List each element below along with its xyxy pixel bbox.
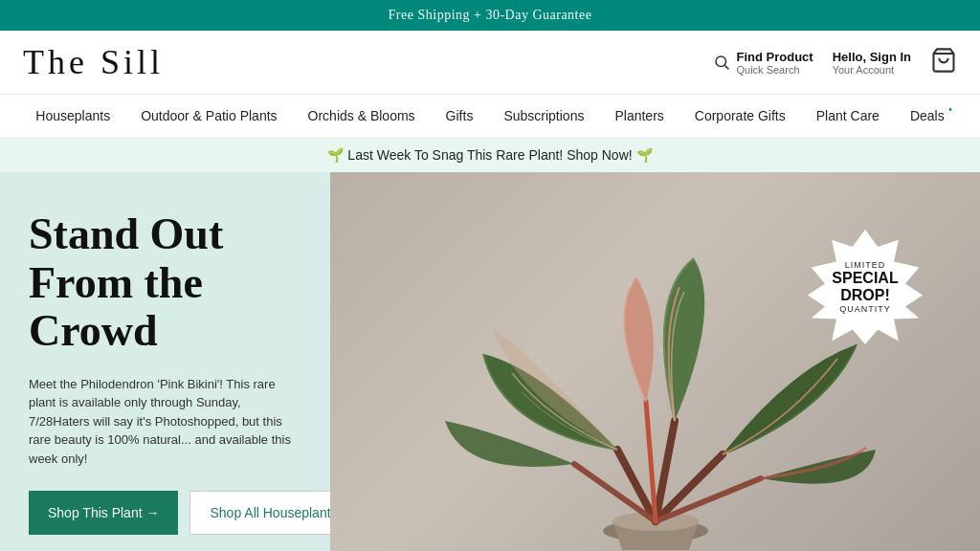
nav-item-plant-care[interactable]: Plant Care [801, 95, 895, 137]
account-text: Hello, Sign In Your Account [833, 50, 911, 76]
cart-button[interactable] [930, 47, 957, 77]
hero-headline: Stand Out From the Crowd [29, 210, 301, 356]
hero-buttons: Shop This Plant → Shop All Houseplants → [29, 491, 301, 535]
header: The Sill Find Product Quick Search Hello… [0, 31, 980, 95]
find-product-text: Find Product Quick Search [736, 50, 813, 76]
hero-image-panel: LIMITED SPECIAL DROP! QUANTITY [330, 172, 980, 551]
search-icon [713, 54, 730, 71]
svg-line-1 [725, 65, 729, 69]
hero-section: Stand Out From the Crowd Meet the Philod… [0, 172, 980, 551]
promo-text: 🌱 Last Week To Snag This Rare Plant! Sho… [327, 147, 652, 163]
main-nav: Houseplants Outdoor & Patio Plants Orchi… [0, 95, 980, 138]
top-banner: Free Shipping + 30-Day Guarantee [0, 0, 980, 31]
account-sub: Your Account [833, 64, 911, 76]
svg-point-0 [716, 56, 726, 67]
cart-icon [930, 47, 957, 74]
shop-this-plant-button[interactable]: Shop This Plant → [29, 491, 178, 535]
nav-item-gifts[interactable]: Gifts [431, 95, 489, 137]
find-product-sub: Quick Search [736, 64, 813, 76]
nav-item-houseplants[interactable]: Houseplants [20, 95, 125, 137]
hero-background: LIMITED SPECIAL DROP! QUANTITY [330, 172, 980, 551]
account-main: Hello, Sign In [833, 50, 911, 64]
hero-description: Meet the Philodendron 'Pink Bikini'! Thi… [29, 375, 301, 469]
badge-main: SPECIAL DROP! [808, 270, 923, 303]
find-product-main: Find Product [736, 50, 813, 64]
header-right: Find Product Quick Search Hello, Sign In… [713, 47, 957, 77]
badge-limited: LIMITED [845, 260, 886, 270]
badge-quantity: QUANTITY [839, 304, 891, 314]
find-product-button[interactable]: Find Product Quick Search [713, 50, 813, 76]
promo-bar[interactable]: 🌱 Last Week To Snag This Rare Plant! Sho… [0, 138, 980, 172]
hero-content: Stand Out From the Crowd Meet the Philod… [29, 210, 301, 491]
nav-item-outdoor-patio[interactable]: Outdoor & Patio Plants [125, 95, 292, 137]
account-button[interactable]: Hello, Sign In Your Account [833, 50, 911, 76]
nav-item-deals[interactable]: Deals [895, 95, 960, 137]
nav-item-planters[interactable]: Planters [599, 95, 679, 137]
nav-item-subscriptions[interactable]: Subscriptions [488, 95, 599, 137]
hero-left-panel: Stand Out From the Crowd Meet the Philod… [0, 172, 330, 551]
logo[interactable]: The Sill [23, 42, 164, 82]
banner-text: Free Shipping + 30-Day Guarantee [389, 8, 592, 22]
nav-item-corporate-gifts[interactable]: Corporate Gifts [679, 95, 801, 137]
plant-illustration [426, 182, 885, 551]
svg-line-9 [656, 478, 761, 521]
nav-item-orchids[interactable]: Orchids & Blooms [293, 95, 431, 137]
